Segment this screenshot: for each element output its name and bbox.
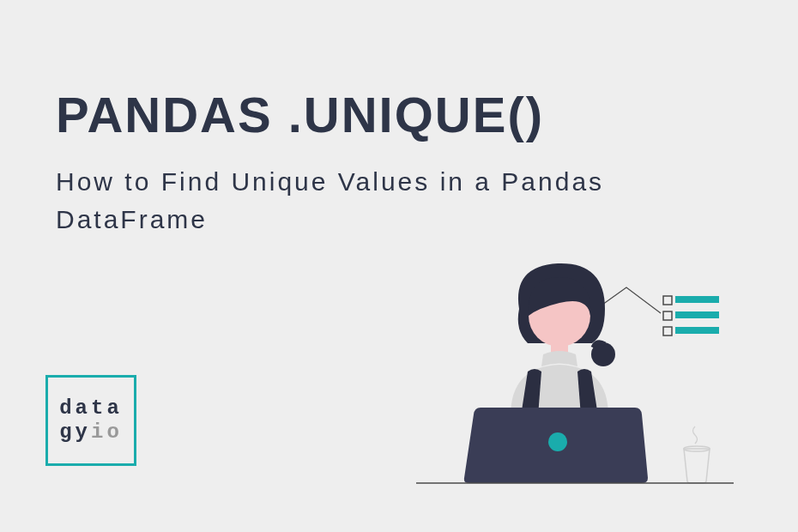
page-title: PANDAS .UNIQUE() <box>56 86 544 143</box>
datagy-logo: data gyio <box>45 375 136 466</box>
logo-line1: data <box>59 396 123 420</box>
svg-rect-2 <box>663 327 672 336</box>
svg-rect-5 <box>675 327 719 334</box>
mug-icon <box>684 426 710 483</box>
logo-line2: gyio <box>59 420 123 444</box>
checklist-icon <box>663 296 719 336</box>
svg-rect-1 <box>663 311 672 320</box>
svg-rect-0 <box>663 296 672 305</box>
svg-rect-3 <box>675 296 719 303</box>
page-subtitle: How to Find Unique Values in a Pandas Da… <box>56 163 708 238</box>
svg-rect-4 <box>675 311 719 318</box>
svg-point-9 <box>548 432 567 451</box>
person-laptop-illustration <box>390 262 759 485</box>
